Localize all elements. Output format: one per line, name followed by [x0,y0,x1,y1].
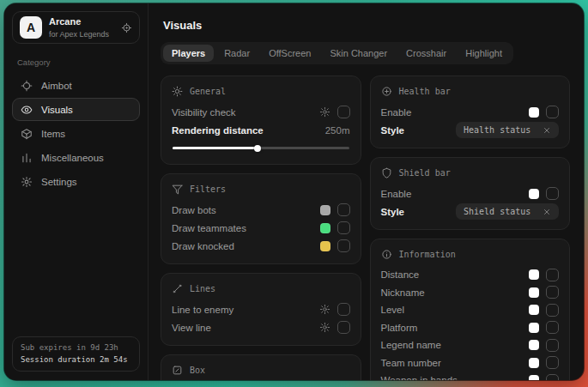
main-panel: Visuals Players Radar OffScreen Skin Cha… [149,3,584,380]
platform-color-swatch[interactable] [529,323,539,333]
weapon-in-hands-color-swatch[interactable] [529,375,539,380]
draw-knocked-row: Draw knocked [172,237,350,255]
shield-style-value: Shield status [464,207,530,216]
shield-enable-checkbox[interactable] [546,187,559,200]
information-card-title: Information [399,250,456,259]
sidebar-item-settings[interactable]: Settings [12,170,140,193]
health-style-row: Style Health status [381,121,560,139]
shield-style-select[interactable]: Shield status [456,203,559,220]
filters-card-title: Filters [190,184,226,194]
tab-radar[interactable]: Radar [215,45,258,62]
level-color-swatch[interactable] [529,305,539,315]
rendering-distance-slider[interactable] [173,147,349,149]
shield-bar-card-title: Shield bar [399,168,451,178]
team-number-checkbox[interactable] [546,356,559,369]
lines-card-title: Lines [190,284,215,293]
app-titles: Arcane for Apex Legends [49,16,109,38]
draw-knocked-label: Draw knocked [172,241,234,251]
gear-icon [21,176,33,188]
sidebar-item-miscellaneous[interactable]: Miscellaneous [12,146,140,169]
tab-crosshair[interactable]: Crosshair [397,45,455,62]
content-columns: General Visibility check [161,76,570,380]
health-style-value: Health status [464,125,530,135]
sidebar: A Arcane for Apex Legends Category Aimbo… [4,3,149,380]
team-number-label: Team number [381,358,441,368]
subscription-info: Sub expires in 9d 23h Session duration 2… [12,336,140,372]
sun-icon [172,86,183,97]
nickname-row: Nickname [381,284,560,302]
rendering-distance-value: 250m [325,125,350,136]
category-label: Category [17,57,135,67]
line-to-enemy-row: Line to enemy [172,300,350,318]
draw-bots-label: Draw bots [172,205,216,215]
view-line-checkbox[interactable] [337,321,350,334]
nickname-label: Nickname [381,287,425,298]
sidebar-item-label: Aimbot [41,81,72,91]
level-row: Level [381,301,560,319]
shield-bar-card: Shield bar Enable Style S [370,157,571,230]
tab-offscreen[interactable]: OffScreen [260,45,319,62]
draw-knocked-checkbox[interactable] [337,239,350,252]
box-card-header: Box [172,365,350,376]
health-enable-checkbox[interactable] [546,106,559,118]
line-icon [172,283,183,294]
team-number-color-swatch[interactable] [529,358,539,368]
platform-checkbox[interactable] [546,321,559,334]
weapon-in-hands-checkbox[interactable] [546,374,559,380]
information-card-header: Information [381,249,560,260]
tab-bar: Players Radar OffScreen Skin Changer Cro… [161,42,513,64]
legend-name-color-swatch[interactable] [529,340,539,350]
desktop-background: A Arcane for Apex Legends Category Aimbo… [0,0,588,387]
shield-enable-color-swatch[interactable] [529,189,539,199]
right-column: Health bar Enable Style H [370,76,571,380]
distance-row: Distance [381,266,560,284]
funnel-icon [172,184,183,195]
draw-teammates-row: Draw teammates [172,219,350,237]
tab-players[interactable]: Players [163,45,214,62]
filters-card: Filters Draw bots Draw teammates [161,173,361,264]
box-card-title: Box [190,366,205,375]
settings-gear-icon[interactable] [319,106,330,118]
distance-color-swatch[interactable] [529,269,539,280]
line-to-enemy-checkbox[interactable] [337,303,350,316]
rendering-distance-label: Rendering distance [172,125,264,136]
sidebar-item-label: Visuals [41,105,73,115]
target-icon[interactable] [121,22,132,33]
settings-gear-icon[interactable] [319,322,330,333]
lines-card-header: Lines [172,283,350,294]
slider-fill [173,147,258,149]
health-enable-color-swatch[interactable] [529,107,539,118]
level-label: Level [381,305,405,315]
view-line-label: View line [172,323,211,333]
close-icon[interactable] [543,126,551,135]
distance-checkbox[interactable] [546,269,559,281]
level-checkbox[interactable] [546,304,559,317]
legend-name-checkbox[interactable] [546,339,559,352]
health-style-select[interactable]: Health status [456,122,559,138]
health-bar-card: Health bar Enable Style H [370,76,571,148]
sidebar-item-items[interactable]: Items [12,122,140,145]
health-icon [381,86,392,97]
draw-teammates-checkbox[interactable] [337,221,350,234]
sidebar-item-label: Settings [41,177,77,187]
draw-knocked-color-swatch[interactable] [320,241,330,251]
draw-bots-checkbox[interactable] [337,203,350,216]
sidebar-item-visuals[interactable]: Visuals [12,98,140,121]
slider-thumb[interactable] [254,145,261,152]
nickname-color-swatch[interactable] [529,287,539,298]
legend-name-row: Legend name [381,336,560,354]
tab-highlight[interactable]: Highlight [457,45,511,62]
left-column: General Visibility check [161,76,361,380]
settings-gear-icon[interactable] [319,304,330,315]
draw-teammates-color-swatch[interactable] [320,223,330,233]
tab-skin-changer[interactable]: Skin Changer [321,45,396,62]
close-icon[interactable] [543,208,551,216]
bars-icon [21,152,33,164]
line-to-enemy-label: Line to enemy [172,305,233,315]
nickname-checkbox[interactable] [546,286,559,299]
draw-bots-color-swatch[interactable] [320,205,330,215]
visibility-check-label: Visibility check [172,107,236,118]
general-card-header: General [172,86,350,97]
sidebar-item-aimbot[interactable]: Aimbot [12,74,140,97]
visibility-check-checkbox[interactable] [337,106,350,118]
